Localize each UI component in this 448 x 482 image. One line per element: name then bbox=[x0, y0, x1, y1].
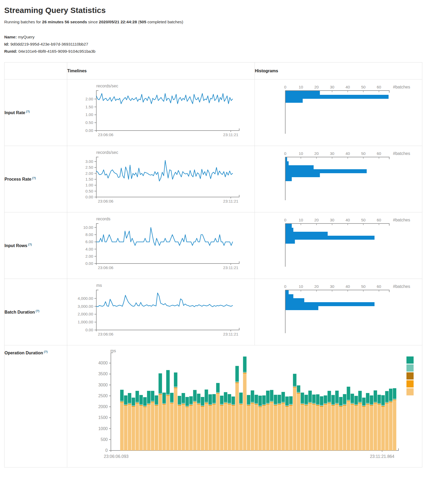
svg-text:20: 20 bbox=[314, 85, 319, 89]
help-icon[interactable]: (?) bbox=[44, 350, 48, 353]
legend-swatch-teal bbox=[406, 356, 414, 364]
svg-text:60: 60 bbox=[377, 284, 381, 289]
svg-text:2000: 2000 bbox=[98, 404, 108, 409]
svg-text:3,000.00: 3,000.00 bbox=[78, 304, 93, 309]
svg-text:60: 60 bbox=[377, 151, 381, 156]
svg-text:10: 10 bbox=[299, 85, 303, 89]
svg-text:4.00: 4.00 bbox=[85, 247, 93, 251]
since-text: since bbox=[87, 20, 99, 24]
table-header-row: Timelines Histograms bbox=[4, 63, 422, 79]
query-metadata: Name: myQuery Id: 9d0dd219-995d-423e-b97… bbox=[4, 33, 444, 55]
query-id-label: Id: bbox=[4, 42, 9, 46]
svg-text:23:06:06: 23:06:06 bbox=[98, 265, 113, 270]
svg-text:10: 10 bbox=[299, 151, 303, 156]
input-rate-histogram-chart: 0102030405060#batches bbox=[255, 79, 422, 146]
histograms-column-header: Histograms bbox=[255, 63, 422, 79]
svg-text:10.00: 10.00 bbox=[83, 225, 93, 230]
svg-text:30: 30 bbox=[330, 151, 334, 156]
svg-text:records/sec: records/sec bbox=[96, 84, 118, 88]
svg-text:60: 60 bbox=[377, 218, 381, 222]
query-name-value: myQuery bbox=[17, 35, 34, 39]
svg-text:1,000.00: 1,000.00 bbox=[78, 320, 93, 324]
svg-text:2,000.00: 2,000.00 bbox=[78, 312, 93, 316]
svg-text:0.50: 0.50 bbox=[85, 120, 93, 125]
running-prefix: Running batches for bbox=[4, 20, 42, 24]
svg-text:1000: 1000 bbox=[98, 426, 108, 431]
svg-text:23:06:06: 23:06:06 bbox=[98, 332, 113, 336]
query-id-value: 9d0dd219-995d-423e-b97d-36931110bb27 bbox=[9, 42, 88, 46]
svg-text:23:11:21: 23:11:21 bbox=[223, 332, 238, 336]
query-id-row: Id: 9d0dd219-995d-423e-b97d-36931110bb27 bbox=[4, 41, 444, 48]
query-runid-value: 04e101e6-8bf8-4165-9099-9104c951ba3b bbox=[17, 49, 96, 53]
row-label-process-rate: Process Rate(?) bbox=[4, 146, 67, 212]
query-runid-label: RunId: bbox=[4, 49, 17, 53]
svg-text:23:11:21: 23:11:21 bbox=[223, 199, 238, 203]
completed-batches-count: 505 bbox=[139, 20, 146, 24]
input-rows-histogram-chart: 0102030405060#batches bbox=[255, 212, 422, 279]
svg-text:0.00: 0.00 bbox=[85, 128, 93, 133]
svg-text:60: 60 bbox=[377, 85, 381, 89]
table-row: Batch Duration(?) ms0.001,000.002,000.00… bbox=[4, 279, 422, 345]
streaming-query-statistics-page: Streaming Query Statistics Running batch… bbox=[0, 0, 448, 482]
svg-text:3500: 3500 bbox=[98, 372, 108, 376]
svg-text:20: 20 bbox=[314, 151, 319, 156]
svg-text:2.00: 2.00 bbox=[85, 254, 93, 258]
batch-duration-timeline-chart: ms0.001,000.002,000.003,000.004,000.0023… bbox=[67, 279, 255, 345]
query-name-row: Name: myQuery bbox=[4, 33, 444, 41]
legend-swatch-darkgold bbox=[406, 372, 414, 380]
svg-text:10: 10 bbox=[299, 218, 303, 222]
input-rows-timeline-chart: records0.002.004.006.008.0010.0023:06:06… bbox=[67, 212, 255, 279]
legend-swatch-orange bbox=[406, 380, 414, 387]
svg-text:0: 0 bbox=[284, 218, 286, 222]
process-rate-histogram-chart: 0102030405060#batches bbox=[255, 146, 422, 212]
help-icon[interactable]: (?) bbox=[32, 176, 36, 180]
table-row: Input Rows(?) records0.002.004.006.008.0… bbox=[4, 212, 422, 279]
help-icon[interactable]: (?) bbox=[28, 243, 32, 246]
svg-text:50: 50 bbox=[361, 218, 366, 222]
legend-swatch-tan bbox=[406, 388, 414, 395]
svg-text:ms: ms bbox=[110, 349, 116, 353]
paren-open: ( bbox=[137, 20, 139, 24]
running-duration: 26 minutes 56 seconds bbox=[42, 20, 87, 24]
svg-text:23:11:21: 23:11:21 bbox=[223, 265, 238, 270]
table-row: Input Rate(?) records/sec0.000.501.001.5… bbox=[4, 79, 422, 146]
svg-text:1.00: 1.00 bbox=[85, 112, 93, 117]
svg-text:40: 40 bbox=[346, 284, 350, 289]
svg-text:4000: 4000 bbox=[98, 361, 108, 365]
operation-duration-legend bbox=[406, 356, 414, 395]
legend-swatch-lightteal bbox=[406, 364, 414, 372]
help-icon[interactable]: (?) bbox=[26, 110, 30, 113]
svg-text:40: 40 bbox=[346, 85, 350, 89]
svg-text:23:11:21: 23:11:21 bbox=[223, 132, 238, 137]
metric-label: Process Rate bbox=[4, 177, 31, 181]
svg-text:6.00: 6.00 bbox=[85, 239, 93, 244]
svg-text:3.00: 3.00 bbox=[85, 159, 93, 164]
svg-text:0: 0 bbox=[284, 151, 286, 156]
metric-column-header bbox=[4, 63, 67, 79]
timelines-column-header: Timelines bbox=[67, 63, 255, 79]
svg-text:3000: 3000 bbox=[98, 383, 108, 387]
svg-text:records: records bbox=[96, 217, 110, 221]
svg-text:10: 10 bbox=[299, 284, 303, 289]
svg-text:1.50: 1.50 bbox=[85, 177, 93, 181]
svg-text:0.00: 0.00 bbox=[85, 261, 93, 266]
table-row: Operation Duration(?) ms0500100015002000… bbox=[4, 345, 422, 467]
svg-text:50: 50 bbox=[361, 85, 366, 89]
svg-text:8.00: 8.00 bbox=[85, 232, 93, 237]
query-name-label: Name: bbox=[4, 35, 17, 39]
metric-label: Input Rate bbox=[4, 110, 25, 115]
row-label-input-rows: Input Rows(?) bbox=[4, 212, 67, 279]
svg-text:30: 30 bbox=[330, 85, 334, 89]
svg-text:4,000.00: 4,000.00 bbox=[78, 296, 93, 301]
batches-suffix: completed batches) bbox=[146, 20, 183, 24]
running-batches-summary: Running batches for 26 minutes 56 second… bbox=[4, 20, 444, 24]
svg-text:23:06:06: 23:06:06 bbox=[98, 199, 113, 203]
help-icon[interactable]: (?) bbox=[36, 309, 39, 313]
svg-text:20: 20 bbox=[314, 284, 319, 289]
batch-duration-histogram-chart: 0102030405060#batches bbox=[255, 279, 422, 345]
svg-text:#batches: #batches bbox=[393, 151, 410, 156]
svg-text:1500: 1500 bbox=[98, 415, 108, 420]
svg-text:0.00: 0.00 bbox=[85, 195, 93, 199]
page-title: Streaming Query Statistics bbox=[4, 6, 444, 15]
metric-label: Input Rows bbox=[4, 243, 27, 248]
